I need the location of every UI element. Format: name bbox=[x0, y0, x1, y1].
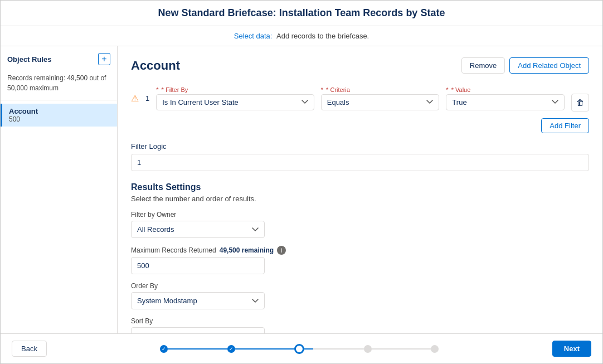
criteria-select[interactable]: Equals bbox=[321, 94, 440, 110]
max-records-field: Maximum Records Returned 49,500 remainin… bbox=[131, 246, 589, 274]
title-bar: New Standard Briefcase: Installation Tea… bbox=[1, 1, 602, 26]
app-title: New Standard Briefcase: Installation Tea… bbox=[158, 7, 445, 18]
add-related-object-button[interactable]: Add Related Object bbox=[509, 57, 589, 74]
progress-step-1: ✓ bbox=[160, 345, 168, 353]
order-by-label: Order By bbox=[131, 282, 589, 290]
content-header: Account Remove Add Related Object bbox=[131, 57, 589, 74]
criteria-label: * * Criteria bbox=[321, 86, 440, 93]
main-area: Object Rules + Records remaining: 49,500… bbox=[1, 46, 602, 333]
filter-logic-section: Filter Logic bbox=[131, 142, 589, 171]
filter-logic-label: Filter Logic bbox=[131, 142, 589, 151]
content-area: Account Remove Add Related Object ⚠ 1 * … bbox=[118, 46, 602, 333]
delete-filter-button[interactable]: 🗑 bbox=[571, 94, 589, 111]
sidebar-title: Object Rules bbox=[7, 55, 51, 64]
filter-row: ⚠ 1 * * Filter By Is In Current User Sta… bbox=[131, 85, 589, 111]
filter-by-select[interactable]: Is In Current User State bbox=[156, 94, 314, 110]
order-by-field: Order By System Modstamp bbox=[131, 282, 589, 309]
sidebar-item-name: Account bbox=[9, 107, 110, 115]
max-records-label: Maximum Records Returned bbox=[131, 246, 216, 254]
progress-track: ✓ ✓ bbox=[160, 344, 439, 354]
sidebar-item-count: 500 bbox=[9, 115, 110, 123]
remove-button[interactable]: Remove bbox=[461, 57, 505, 74]
next-button[interactable]: Next bbox=[552, 341, 591, 357]
footer: Back ✓ ✓ Next bbox=[1, 333, 602, 363]
progress-step-4 bbox=[364, 345, 372, 353]
sidebar-header: Object Rules + bbox=[1, 53, 117, 71]
value-select[interactable]: True bbox=[446, 94, 565, 110]
value-group: * * Value True bbox=[446, 86, 565, 110]
criteria-group: * * Criteria Equals bbox=[321, 86, 440, 110]
progress-dots: ✓ ✓ bbox=[160, 344, 439, 354]
sort-by-label: Sort By bbox=[131, 317, 589, 325]
progress-step-5 bbox=[431, 345, 439, 353]
filter-by-owner-label: Filter by Owner bbox=[131, 211, 589, 219]
add-filter-button[interactable]: Add Filter bbox=[541, 118, 589, 133]
sidebar: Object Rules + Records remaining: 49,500… bbox=[1, 46, 118, 333]
filter-number: 1 bbox=[145, 94, 149, 103]
results-settings-subtitle: Select the number and order of results. bbox=[131, 195, 589, 203]
max-records-remaining: 49,500 remaining bbox=[220, 246, 274, 254]
subtitle-dynamic: Add records to the briefcase. bbox=[276, 32, 369, 40]
sidebar-item-account[interactable]: Account 500 bbox=[1, 104, 117, 127]
max-records-input[interactable] bbox=[131, 257, 265, 274]
app-container: New Standard Briefcase: Installation Tea… bbox=[0, 0, 603, 364]
content-title: Account bbox=[131, 59, 180, 73]
sort-by-select[interactable]: Descending bbox=[131, 327, 265, 333]
order-by-select[interactable]: System Modstamp bbox=[131, 292, 265, 309]
results-settings: Results Settings Select the number and o… bbox=[131, 182, 589, 333]
filter-by-owner-select[interactable]: All Records bbox=[131, 221, 265, 238]
header-buttons: Remove Add Related Object bbox=[461, 57, 589, 74]
filter-by-group: * * Filter By Is In Current User State bbox=[156, 86, 314, 110]
results-settings-title: Results Settings bbox=[131, 182, 589, 192]
subtitle-static: Select data: bbox=[234, 32, 273, 40]
progress-step-3 bbox=[294, 344, 304, 354]
delete-icon: 🗑 bbox=[576, 98, 584, 107]
progress-step-2: ✓ bbox=[227, 345, 235, 353]
add-object-button[interactable]: + bbox=[98, 53, 110, 65]
back-button[interactable]: Back bbox=[12, 341, 47, 357]
records-remaining: Records remaining: 49,500 out of 50,000 … bbox=[1, 71, 117, 100]
warning-icon: ⚠ bbox=[131, 93, 139, 104]
progress-bar: ✓ ✓ bbox=[47, 344, 552, 354]
filter-by-label: * * Filter By bbox=[156, 86, 314, 93]
value-label: * * Value bbox=[446, 86, 565, 93]
info-icon[interactable]: i bbox=[277, 246, 286, 255]
sort-by-field: Sort By Descending bbox=[131, 317, 589, 333]
subtitle-bar: Select data: Add records to the briefcas… bbox=[1, 26, 602, 46]
filter-logic-input[interactable] bbox=[131, 154, 589, 171]
filter-by-owner-field: Filter by Owner All Records bbox=[131, 211, 589, 238]
add-filter-row: Add Filter bbox=[131, 118, 589, 133]
max-records-label-row: Maximum Records Returned 49,500 remainin… bbox=[131, 246, 589, 255]
